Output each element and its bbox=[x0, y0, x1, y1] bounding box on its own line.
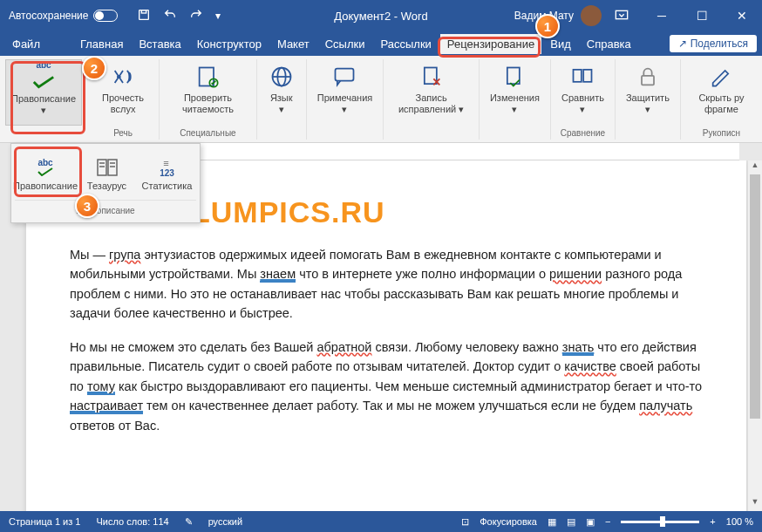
track-changes-icon bbox=[419, 63, 444, 91]
dd-statistics[interactable]: ≡123 Статистика bbox=[138, 149, 196, 196]
status-focus[interactable]: Фокусировка bbox=[480, 516, 537, 527]
lock-icon bbox=[636, 63, 660, 91]
accessibility-icon bbox=[195, 63, 220, 91]
spelling-dropdown: abc Правописание Тезаурус ≡123 Статистик… bbox=[10, 143, 201, 223]
svg-rect-8 bbox=[424, 68, 436, 85]
document-title: Документ2 - Word bbox=[334, 10, 427, 23]
tab-layout[interactable]: Макет bbox=[270, 34, 316, 54]
changes-icon bbox=[502, 63, 527, 91]
close-button[interactable]: ✕ bbox=[722, 0, 762, 31]
scroll-down-icon[interactable]: ▼ bbox=[748, 497, 762, 511]
tab-help[interactable]: Справка bbox=[580, 34, 638, 54]
dd-spelling[interactable]: abc Правописание bbox=[15, 149, 76, 196]
undo-icon[interactable] bbox=[163, 8, 177, 24]
spelling-abc-icon: abc bbox=[37, 154, 54, 181]
page-heading: LUMPICS.RU bbox=[192, 195, 708, 229]
status-language[interactable]: русский bbox=[208, 516, 242, 527]
comments-button[interactable]: Примечания▾ bbox=[312, 59, 378, 126]
share-label: Поделиться bbox=[691, 38, 748, 50]
ribbon-display-icon[interactable] bbox=[609, 10, 635, 23]
zoom-value[interactable]: 100 % bbox=[726, 516, 753, 527]
badge-3: 3 bbox=[75, 194, 99, 218]
share-icon: ↗ bbox=[678, 38, 687, 50]
svg-rect-0 bbox=[139, 10, 149, 19]
window-controls: ─ ☐ ✕ bbox=[642, 0, 762, 31]
maximize-button[interactable]: ☐ bbox=[682, 0, 722, 31]
tab-review[interactable]: Рецензирование bbox=[440, 34, 541, 54]
tab-home[interactable]: Главная bbox=[73, 34, 130, 54]
svg-rect-10 bbox=[574, 70, 582, 82]
group-accessibility: Специальные bbox=[180, 128, 235, 140]
compare-icon bbox=[570, 63, 595, 91]
ribbon: abc Правописание▾ Прочесть вслух Речь Пр… bbox=[0, 56, 762, 143]
group-speech: Речь bbox=[113, 128, 133, 140]
avatar[interactable] bbox=[581, 5, 602, 26]
hide-ink-button[interactable]: Скрыть ру фрагме bbox=[686, 59, 757, 126]
dd-thesaurus[interactable]: Тезаурус bbox=[78, 149, 136, 196]
autosave-toggle[interactable] bbox=[93, 10, 118, 22]
badge-2: 2 bbox=[82, 56, 106, 80]
autosave-label: Автосохранение bbox=[9, 10, 88, 22]
scroll-up-icon[interactable]: ▲ bbox=[748, 160, 762, 174]
zoom-out-icon[interactable]: − bbox=[605, 516, 610, 527]
focus-icon[interactable]: ⊡ bbox=[461, 516, 469, 528]
vertical-scrollbar[interactable]: ▲ ▼ bbox=[748, 160, 762, 511]
status-bar: Страница 1 из 1 Число слов: 114 ✎ русски… bbox=[0, 511, 762, 532]
statistics-icon: ≡123 bbox=[160, 154, 174, 181]
ink-icon bbox=[709, 63, 733, 91]
tab-insert[interactable]: Вставка bbox=[132, 34, 187, 54]
svg-rect-14 bbox=[108, 160, 117, 175]
svg-rect-12 bbox=[642, 76, 654, 85]
tab-mailings[interactable]: Рассылки bbox=[373, 34, 438, 54]
read-aloud-icon bbox=[111, 63, 135, 91]
view-web-icon[interactable]: ▣ bbox=[586, 516, 595, 528]
qat-dropdown-icon[interactable]: ▾ bbox=[215, 10, 221, 22]
redo-icon[interactable] bbox=[189, 8, 203, 24]
paragraph-1: Мы — група энтузиастов одержимых идеей п… bbox=[70, 245, 708, 324]
save-icon[interactable] bbox=[137, 8, 151, 24]
paragraph-2: Но мы не сможем это сделать без Вашей аб… bbox=[70, 338, 708, 435]
view-read-icon[interactable]: ▤ bbox=[567, 516, 575, 528]
protect-button[interactable]: Защитить▾ bbox=[621, 59, 675, 126]
tab-references[interactable]: Ссылки bbox=[318, 34, 372, 54]
status-page[interactable]: Страница 1 из 1 bbox=[9, 516, 80, 527]
autosave[interactable]: Автосохранение bbox=[0, 10, 126, 22]
svg-rect-11 bbox=[584, 70, 592, 82]
svg-rect-7 bbox=[336, 69, 354, 81]
zoom-slider[interactable] bbox=[621, 521, 699, 523]
proofing-icon[interactable]: ✎ bbox=[185, 516, 193, 528]
minimize-button[interactable]: ─ bbox=[642, 0, 682, 31]
badge-1: 1 bbox=[535, 14, 560, 38]
dd-spelling-label: Правописание bbox=[13, 181, 78, 191]
view-print-icon[interactable]: ▦ bbox=[548, 516, 556, 528]
title-bar: Автосохранение ▾ Документ2 - Word Вадим … bbox=[0, 0, 762, 31]
comment-icon bbox=[332, 63, 357, 91]
compare-button[interactable]: Сравнить▾ bbox=[556, 59, 609, 126]
dd-stats-label: Статистика bbox=[142, 181, 193, 191]
dd-group-label: Правописание bbox=[15, 200, 196, 217]
thesaurus-icon bbox=[96, 154, 119, 181]
group-compare: Сравнение bbox=[561, 128, 605, 140]
language-icon bbox=[269, 63, 294, 91]
tab-file[interactable]: Файл bbox=[5, 34, 47, 54]
dd-thesaurus-label: Тезаурус bbox=[87, 181, 126, 191]
quick-access-toolbar: ▾ bbox=[126, 8, 231, 24]
spelling-abc-icon: abc bbox=[31, 64, 56, 92]
svg-rect-2 bbox=[616, 10, 627, 18]
zoom-in-icon[interactable]: + bbox=[710, 516, 715, 527]
tab-design[interactable]: Конструктор bbox=[190, 34, 269, 54]
share-button[interactable]: ↗ Поделиться bbox=[670, 35, 757, 52]
spelling-button[interactable]: abc Правописание▾ bbox=[5, 59, 82, 126]
scroll-thumb[interactable] bbox=[750, 174, 760, 419]
ribbon-tabs: Файл Главная Вставка Конструктор Макет С… bbox=[0, 31, 762, 56]
user-area: Вадим Мату bbox=[514, 5, 642, 26]
status-words[interactable]: Число слов: 114 bbox=[96, 516, 168, 527]
group-ink: Рукописн bbox=[703, 128, 740, 140]
svg-rect-1 bbox=[142, 10, 146, 12]
track-changes-button[interactable]: Запись исправлений ▾ bbox=[389, 59, 473, 126]
svg-rect-13 bbox=[98, 160, 106, 175]
language-button[interactable]: Язык▾ bbox=[262, 59, 301, 126]
changes-button[interactable]: Изменения▾ bbox=[485, 59, 545, 126]
accessibility-button[interactable]: Проверить читаемость bbox=[165, 59, 251, 126]
